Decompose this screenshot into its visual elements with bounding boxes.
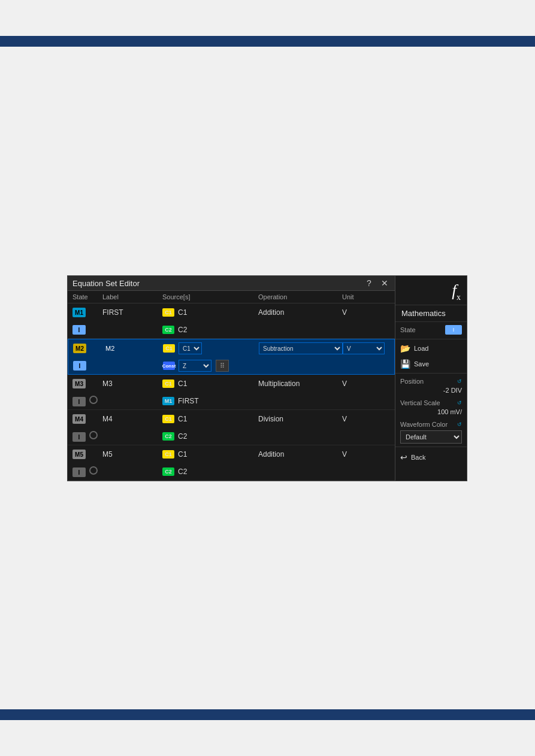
position-reset-icon[interactable]: ↺	[457, 378, 462, 384]
close-button[interactable]: ✕	[379, 278, 390, 288]
m3-label: M3	[102, 379, 162, 388]
m5-circle	[89, 466, 98, 475]
m5-c2-badge: C2	[162, 467, 174, 476]
m4-circle	[89, 431, 98, 439]
header-state: State	[72, 293, 102, 300]
bottom-bar	[0, 709, 535, 720]
load-label: Load	[414, 345, 428, 352]
badge-m3: M3	[72, 379, 86, 388]
m3-circle	[89, 396, 98, 404]
grid-button[interactable]: ⠿	[216, 360, 229, 372]
row-m1-main: M1 FIRST C1 C1 Addition V	[68, 303, 395, 321]
row-m1: M1 FIRST C1 C1 Addition V I C2 C2	[68, 303, 395, 339]
m1-source-label: C1	[178, 308, 187, 317]
row-m5: M5 M5 C1 C1 Addition V I C2 C2	[68, 445, 395, 481]
load-button[interactable]: 📂 Load	[395, 341, 467, 356]
vertical-scale-reset-icon[interactable]: ↺	[457, 400, 462, 406]
m2-sub-source: Const Z ⠿	[163, 360, 259, 372]
row-m5-main: M5 M5 C1 C1 Addition V	[68, 445, 395, 463]
badge-m2: M2	[73, 344, 86, 353]
m2-operation-select[interactable]: Subtraction Addition Multiplication Divi…	[259, 342, 343, 354]
m3-unit: V	[342, 379, 384, 388]
help-button[interactable]: ?	[364, 278, 374, 288]
math-header: fx	[395, 276, 467, 305]
fx-symbol: fx	[452, 281, 461, 302]
badge-i-m4: I	[72, 432, 86, 442]
m1-sub-state: I	[72, 325, 102, 335]
math-title: Mathematics	[395, 305, 467, 322]
waveform-color-select[interactable]: Default Yellow Cyan Green Red Blue	[400, 430, 462, 444]
m2-sub-state: I	[73, 361, 103, 371]
math-state-toggle[interactable]: I	[445, 325, 462, 335]
row-m3-main: M3 M3 C1 C1 Multiplication V	[68, 375, 395, 393]
back-button[interactable]: ↩ Back	[395, 450, 467, 465]
m5-sub-source: C2 C2	[162, 467, 258, 476]
divider-2	[395, 373, 467, 374]
m2-const-select[interactable]: Z	[179, 360, 211, 372]
m5-state-badge: M5	[72, 450, 102, 459]
divider-3	[395, 447, 467, 447]
m5-label: M5	[102, 450, 162, 459]
m1-c1-badge: C1	[162, 308, 174, 317]
position-label-row: Position ↺	[395, 375, 467, 385]
save-button[interactable]: 💾 Save	[395, 356, 467, 372]
row-m5-sub: I C2 C2	[68, 463, 395, 480]
m1-source: C1 C1	[162, 308, 258, 317]
m4-source-label: C1	[178, 415, 187, 423]
back-label: Back	[411, 454, 425, 461]
m1-sub-source: C2 C2	[162, 326, 258, 334]
position-value: -2 DIV	[395, 385, 467, 396]
row-m3: M3 M3 C1 C1 Multiplication V I M1 FIRS	[68, 375, 395, 410]
m2-source-select[interactable]: C1 C2	[179, 342, 202, 354]
waveform-color-label: Waveform Color	[400, 421, 448, 428]
m3-state-badge: M3	[72, 379, 102, 388]
row-m2-main: M2 C1 C1 C2 Subtraction Addition Multipl…	[68, 339, 394, 357]
vertical-scale-label-row: Vertical Scale ↺	[395, 396, 467, 407]
header-operation: Operation	[258, 293, 342, 300]
m5-c1-badge: C1	[162, 450, 174, 459]
editor-header: State Label Source[s] Operation Unit	[68, 291, 395, 303]
badge-m4: M4	[72, 414, 86, 424]
title-actions: ? ✕	[364, 278, 390, 288]
row-m4-main: M4 M4 C1 C1 Division V	[68, 410, 395, 428]
badge-i-m1: I	[72, 325, 86, 335]
m3-sub-source: M1 FIRST	[162, 397, 258, 405]
m2-source: C1 C1 C2	[163, 342, 259, 354]
badge-i-m3: I	[72, 397, 86, 406]
main-container: Equation Set Editor ? ✕ State Label Sour…	[67, 275, 474, 481]
m3-source: C1 C1	[162, 379, 258, 388]
m2-label-input[interactable]	[103, 344, 157, 353]
row-m2-sub: I Const Z ⠿	[68, 357, 394, 374]
row-m4-sub: I C2 C2	[68, 428, 395, 445]
m4-sub-source-label: C2	[178, 432, 187, 441]
header-sources: Source[s]	[162, 293, 258, 300]
load-icon: 📂	[400, 344, 410, 353]
m2-c1-badge: C1	[163, 344, 175, 353]
m3-sub-source-label: FIRST	[178, 397, 199, 405]
badge-m1: M1	[72, 308, 86, 317]
equation-set-editor: Equation Set Editor ? ✕ State Label Sour…	[67, 275, 395, 481]
row-m4: M4 M4 C1 C1 Division V I C2 C2	[68, 410, 395, 445]
editor-title: Equation Set Editor	[72, 279, 140, 288]
m3-c1-badge: C1	[162, 379, 174, 388]
waveform-color-label-row: Waveform Color ↺	[395, 418, 467, 429]
divider-1	[395, 339, 467, 339]
m4-c2-badge: C2	[162, 432, 174, 441]
m1-c2-badge: C2	[162, 326, 174, 334]
position-label: Position	[400, 378, 424, 385]
m1-sub-source-label: C2	[178, 326, 187, 334]
m4-sub-source: C2 C2	[162, 432, 258, 441]
badge-i-m5: I	[72, 467, 86, 477]
save-label: Save	[414, 360, 429, 368]
m5-sub-source-label: C2	[178, 467, 187, 476]
math-state-label: State	[400, 326, 416, 333]
m1-operation: Addition	[258, 308, 342, 317]
m5-source: C1 C1	[162, 450, 258, 459]
m4-source: C1 C1	[162, 415, 258, 423]
m2-unit-select[interactable]: V A	[343, 342, 385, 354]
editor-title-bar: Equation Set Editor ? ✕	[68, 276, 395, 291]
m4-state-badge: M4	[72, 414, 102, 424]
waveform-color-reset-icon[interactable]: ↺	[457, 421, 462, 427]
header-label: Label	[102, 293, 162, 300]
m5-operation: Addition	[258, 450, 342, 459]
